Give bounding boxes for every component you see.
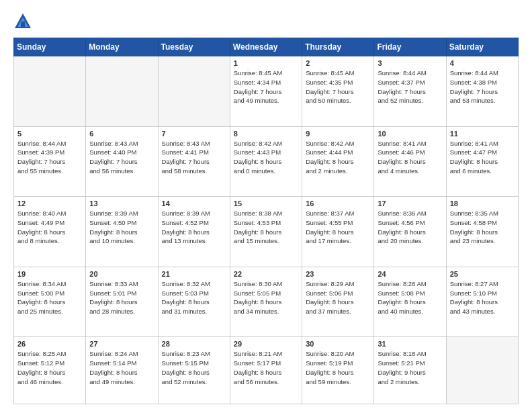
calendar-cell: 24Sunrise: 8:28 AM Sunset: 5:08 PM Dayli… [374,267,446,337]
day-info: Sunrise: 8:30 AM Sunset: 5:05 PM Dayligh… [234,279,298,316]
day-number: 22 [234,270,298,278]
weekday-header-row: SundayMondayTuesdayWednesdayThursdayFrid… [14,38,519,56]
calendar-cell: 1Sunrise: 8:45 AM Sunset: 4:34 PM Daylig… [230,56,302,127]
calendar-cell: 3Sunrise: 8:44 AM Sunset: 4:37 PM Daylig… [374,56,446,127]
day-info: Sunrise: 8:18 AM Sunset: 5:21 PM Dayligh… [378,349,442,386]
logo-icon [13,12,32,31]
calendar-cell: 8Sunrise: 8:42 AM Sunset: 4:43 PM Daylig… [230,126,302,197]
day-number: 5 [17,130,82,138]
day-info: Sunrise: 8:44 AM Sunset: 4:39 PM Dayligh… [17,139,82,176]
calendar-week-1: 1Sunrise: 8:45 AM Sunset: 4:34 PM Daylig… [14,56,519,127]
day-info: Sunrise: 8:44 AM Sunset: 4:38 PM Dayligh… [450,68,515,105]
calendar-cell: 26Sunrise: 8:25 AM Sunset: 5:12 PM Dayli… [14,337,86,404]
day-info: Sunrise: 8:38 AM Sunset: 4:53 PM Dayligh… [234,209,298,246]
day-info: Sunrise: 8:27 AM Sunset: 5:10 PM Dayligh… [450,279,515,316]
day-number: 3 [378,59,442,67]
weekday-header-tuesday: Tuesday [158,38,230,56]
day-info: Sunrise: 8:44 AM Sunset: 4:37 PM Dayligh… [378,68,442,105]
day-number: 1 [234,59,298,67]
day-number: 20 [89,270,154,278]
calendar-cell [446,337,518,404]
weekday-header-monday: Monday [86,38,158,56]
logo [13,12,35,31]
day-info: Sunrise: 8:45 AM Sunset: 4:35 PM Dayligh… [306,68,370,105]
calendar-cell: 15Sunrise: 8:38 AM Sunset: 4:53 PM Dayli… [230,197,302,267]
calendar-cell: 27Sunrise: 8:24 AM Sunset: 5:14 PM Dayli… [86,337,158,404]
day-info: Sunrise: 8:41 AM Sunset: 4:47 PM Dayligh… [450,139,515,176]
day-info: Sunrise: 8:41 AM Sunset: 4:46 PM Dayligh… [378,139,442,176]
calendar-cell [14,56,86,127]
day-info: Sunrise: 8:36 AM Sunset: 4:56 PM Dayligh… [378,209,442,246]
day-info: Sunrise: 8:25 AM Sunset: 5:12 PM Dayligh… [17,349,82,386]
calendar-cell [86,56,158,127]
calendar-cell: 2Sunrise: 8:45 AM Sunset: 4:35 PM Daylig… [302,56,374,127]
calendar-table: SundayMondayTuesdayWednesdayThursdayFrid… [13,38,519,404]
day-info: Sunrise: 8:24 AM Sunset: 5:14 PM Dayligh… [89,349,154,386]
day-number: 12 [17,199,82,208]
day-info: Sunrise: 8:35 AM Sunset: 4:58 PM Dayligh… [450,209,515,246]
calendar-cell: 7Sunrise: 8:43 AM Sunset: 4:41 PM Daylig… [158,126,230,197]
day-number: 28 [162,340,226,348]
day-number: 21 [162,270,226,278]
day-number: 29 [234,340,298,348]
calendar-cell: 18Sunrise: 8:35 AM Sunset: 4:58 PM Dayli… [446,197,518,267]
day-info: Sunrise: 8:39 AM Sunset: 4:50 PM Dayligh… [89,209,154,246]
day-number: 19 [17,270,82,278]
weekday-header-wednesday: Wednesday [230,38,302,56]
calendar-cell: 29Sunrise: 8:21 AM Sunset: 5:17 PM Dayli… [230,337,302,404]
calendar-cell: 28Sunrise: 8:23 AM Sunset: 5:15 PM Dayli… [158,337,230,404]
day-number: 9 [306,130,370,138]
calendar-week-2: 5Sunrise: 8:44 AM Sunset: 4:39 PM Daylig… [14,126,519,197]
day-number: 14 [162,199,226,208]
day-info: Sunrise: 8:45 AM Sunset: 4:34 PM Dayligh… [234,68,298,105]
header [13,12,519,31]
calendar-cell: 12Sunrise: 8:40 AM Sunset: 4:49 PM Dayli… [14,197,86,267]
day-number: 26 [17,340,82,348]
day-info: Sunrise: 8:37 AM Sunset: 4:55 PM Dayligh… [306,209,370,246]
weekday-header-thursday: Thursday [302,38,374,56]
calendar-cell: 5Sunrise: 8:44 AM Sunset: 4:39 PM Daylig… [14,126,86,197]
day-number: 18 [450,199,515,208]
calendar-cell: 9Sunrise: 8:42 AM Sunset: 4:44 PM Daylig… [302,126,374,197]
calendar-cell: 10Sunrise: 8:41 AM Sunset: 4:46 PM Dayli… [374,126,446,197]
calendar-cell: 22Sunrise: 8:30 AM Sunset: 5:05 PM Dayli… [230,267,302,337]
day-number: 4 [450,59,515,67]
weekday-header-sunday: Sunday [14,38,86,56]
calendar-week-5: 26Sunrise: 8:25 AM Sunset: 5:12 PM Dayli… [14,337,519,404]
day-info: Sunrise: 8:42 AM Sunset: 4:43 PM Dayligh… [234,139,298,176]
day-number: 7 [162,130,226,138]
day-number: 17 [378,199,442,208]
day-number: 8 [234,130,298,138]
day-info: Sunrise: 8:33 AM Sunset: 5:01 PM Dayligh… [89,279,154,316]
calendar-cell: 19Sunrise: 8:34 AM Sunset: 5:00 PM Dayli… [14,267,86,337]
day-info: Sunrise: 8:42 AM Sunset: 4:44 PM Dayligh… [306,139,370,176]
calendar-cell: 11Sunrise: 8:41 AM Sunset: 4:47 PM Dayli… [446,126,518,197]
day-info: Sunrise: 8:43 AM Sunset: 4:41 PM Dayligh… [162,139,226,176]
day-number: 13 [89,199,154,208]
page: SundayMondayTuesdayWednesdayThursdayFrid… [0,0,532,411]
calendar-cell: 20Sunrise: 8:33 AM Sunset: 5:01 PM Dayli… [86,267,158,337]
day-info: Sunrise: 8:32 AM Sunset: 5:03 PM Dayligh… [162,279,226,316]
svg-rect-2 [21,21,25,27]
calendar-cell: 13Sunrise: 8:39 AM Sunset: 4:50 PM Dayli… [86,197,158,267]
calendar-cell: 31Sunrise: 8:18 AM Sunset: 5:21 PM Dayli… [374,337,446,404]
day-number: 27 [89,340,154,348]
calendar-cell: 4Sunrise: 8:44 AM Sunset: 4:38 PM Daylig… [446,56,518,127]
day-number: 11 [450,130,515,138]
day-number: 2 [306,59,370,67]
day-number: 10 [378,130,442,138]
weekday-header-saturday: Saturday [446,38,518,56]
calendar-cell: 6Sunrise: 8:43 AM Sunset: 4:40 PM Daylig… [86,126,158,197]
calendar-cell: 25Sunrise: 8:27 AM Sunset: 5:10 PM Dayli… [446,267,518,337]
weekday-header-friday: Friday [374,38,446,56]
day-number: 6 [89,130,154,138]
day-number: 31 [378,340,442,348]
day-info: Sunrise: 8:34 AM Sunset: 5:00 PM Dayligh… [17,279,82,316]
calendar-cell: 21Sunrise: 8:32 AM Sunset: 5:03 PM Dayli… [158,267,230,337]
calendar-week-4: 19Sunrise: 8:34 AM Sunset: 5:00 PM Dayli… [14,267,519,337]
day-number: 15 [234,199,298,208]
day-info: Sunrise: 8:29 AM Sunset: 5:06 PM Dayligh… [306,279,370,316]
day-number: 16 [306,199,370,208]
day-info: Sunrise: 8:20 AM Sunset: 5:19 PM Dayligh… [306,349,370,386]
day-info: Sunrise: 8:28 AM Sunset: 5:08 PM Dayligh… [378,279,442,316]
